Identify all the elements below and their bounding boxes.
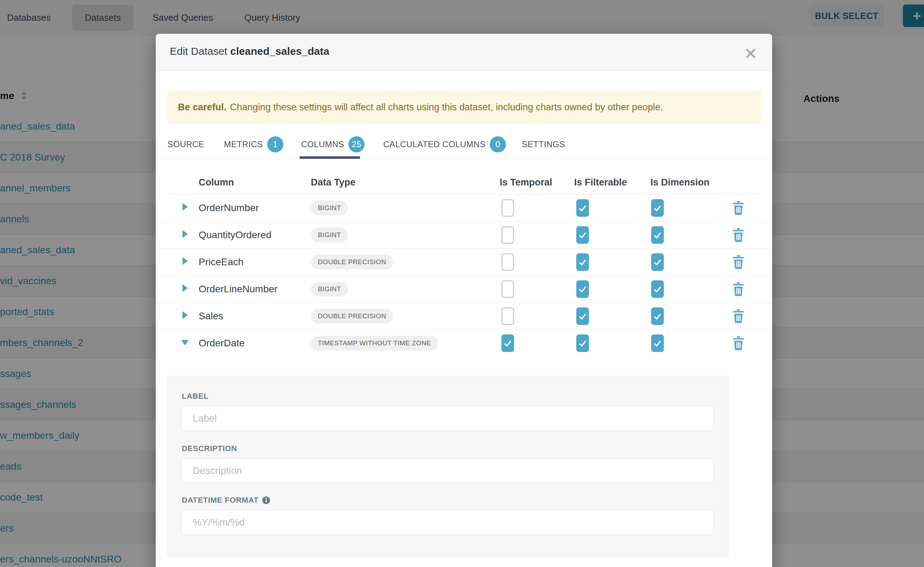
is-temporal-checkbox[interactable]: [501, 253, 514, 271]
metrics-count-badge: 1: [267, 136, 283, 153]
info-icon[interactable]: [262, 496, 270, 504]
columns-count-badge: 25: [348, 136, 364, 153]
delete-column-icon[interactable]: [732, 255, 744, 269]
modal-header: Edit Dataset cleaned_sales_data: [156, 34, 772, 71]
active-tab-underline: [299, 156, 360, 159]
is-dimension-checkbox[interactable]: [651, 253, 664, 271]
is-temporal-checkbox[interactable]: [501, 226, 514, 244]
tab-columns[interactable]: COLUMNS 25: [301, 132, 364, 157]
is-filterable-checkbox[interactable]: [576, 253, 589, 271]
is-filterable-checkbox[interactable]: [576, 226, 589, 244]
label-input[interactable]: [182, 406, 713, 431]
is-dimension-checkbox[interactable]: [651, 226, 664, 244]
calculated-columns-count-badge: 0: [490, 136, 506, 153]
description-input[interactable]: [182, 459, 713, 483]
column-row: OrderDate TIMESTAMP WITHOUT TIME ZONE: [156, 330, 772, 357]
column-row: OrderNumber BIGINT: [156, 195, 772, 222]
column-row: Sales DOUBLE PRECISION: [156, 303, 772, 330]
column-detail-panel: LABEL DESCRIPTION DATETIME FORMAT: [167, 376, 728, 557]
is-temporal-checkbox[interactable]: [501, 308, 514, 325]
datetime-format-input[interactable]: [182, 510, 713, 535]
column-row: PriceEach DOUBLE PRECISION: [156, 249, 772, 276]
data-type-header: Data Type: [311, 177, 355, 188]
column-name: QuantityOrdered: [199, 230, 271, 241]
close-icon[interactable]: [743, 46, 758, 60]
column-header: Column: [199, 177, 234, 188]
column-name: OrderLineNumber: [199, 284, 277, 295]
is-dimension-checkbox[interactable]: [651, 199, 664, 217]
data-type-badge: DOUBLE PRECISION: [311, 309, 393, 324]
delete-column-icon[interactable]: [732, 282, 744, 296]
is-temporal-checkbox[interactable]: [501, 280, 514, 298]
tab-calculated-columns[interactable]: CALCULATED COLUMNS 0: [383, 132, 506, 157]
is-dimension-checkbox[interactable]: [651, 334, 664, 352]
expand-caret-icon[interactable]: [182, 284, 188, 292]
is-dimension-header: Is Dimension: [650, 177, 710, 188]
is-filterable-checkbox[interactable]: [576, 280, 589, 298]
delete-column-icon[interactable]: [732, 228, 744, 242]
is-filterable-checkbox[interactable]: [576, 308, 589, 325]
delete-column-icon[interactable]: [732, 336, 744, 350]
is-temporal-header: Is Temporal: [500, 177, 552, 188]
column-name: Sales: [199, 310, 223, 322]
expand-caret-icon[interactable]: [182, 203, 188, 211]
tab-settings[interactable]: SETTINGS: [522, 132, 565, 157]
data-type-badge: BIGINT: [311, 228, 348, 242]
is-dimension-checkbox[interactable]: [651, 308, 664, 325]
column-name: OrderNumber: [199, 202, 259, 214]
expand-caret-icon[interactable]: [181, 340, 189, 345]
data-type-badge: DOUBLE PRECISION: [311, 255, 393, 270]
column-name: OrderDate: [199, 338, 245, 349]
tab-source[interactable]: SOURCE: [167, 132, 204, 157]
is-filterable-header: Is Filterable: [574, 177, 627, 188]
description-field-label: DESCRIPTION: [182, 444, 237, 453]
column-name: PriceEach: [199, 256, 244, 268]
delete-column-icon[interactable]: [732, 201, 744, 215]
column-row: OrderLineNumber BIGINT: [156, 276, 772, 303]
edit-dataset-modal: Edit Dataset cleaned_sales_data Be caref…: [156, 34, 772, 567]
data-type-badge: BIGINT: [311, 282, 348, 297]
column-row: QuantityOrdered BIGINT: [156, 222, 772, 249]
tabs-divider: [156, 158, 772, 159]
tab-metrics[interactable]: METRICS 1: [224, 132, 283, 157]
is-filterable-checkbox[interactable]: [576, 199, 589, 217]
is-filterable-checkbox[interactable]: [576, 334, 589, 352]
data-type-badge: BIGINT: [311, 201, 348, 215]
modal-title: Edit Dataset cleaned_sales_data: [170, 45, 330, 57]
label-field-label: LABEL: [182, 392, 209, 401]
expand-caret-icon[interactable]: [182, 257, 188, 265]
is-dimension-checkbox[interactable]: [651, 280, 664, 298]
datetime-format-field-label: DATETIME FORMAT: [182, 496, 270, 505]
warning-banner: Be careful. Changing these settings will…: [167, 91, 761, 124]
is-temporal-checkbox[interactable]: [501, 334, 514, 352]
delete-column-icon[interactable]: [732, 309, 744, 323]
expand-caret-icon[interactable]: [182, 311, 188, 319]
datasets-page: Databases Datasets Saved Queries Query H…: [0, 0, 924, 567]
data-type-badge: TIMESTAMP WITHOUT TIME ZONE: [311, 336, 438, 351]
is-temporal-checkbox[interactable]: [501, 199, 514, 217]
expand-caret-icon[interactable]: [182, 230, 188, 238]
columns-table: OrderNumber BIGINT QuantityOrdered BIGIN…: [156, 195, 772, 357]
